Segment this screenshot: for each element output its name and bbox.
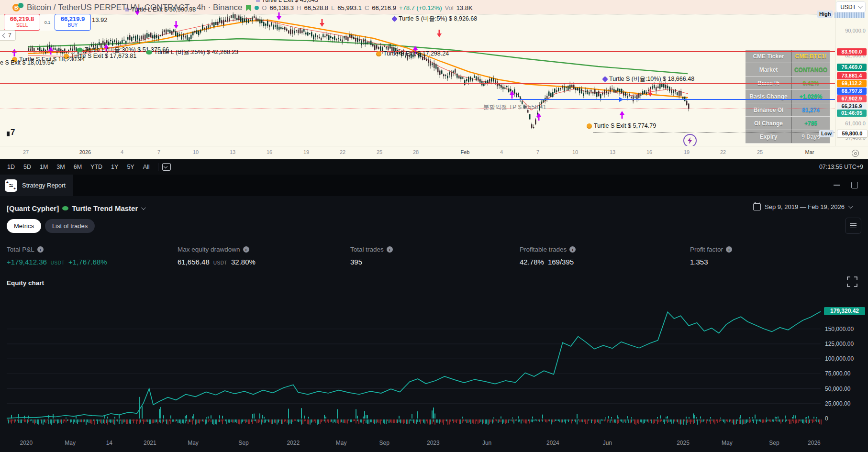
indicator-count: 7	[8, 32, 11, 39]
fullscreen-icon[interactable]	[847, 276, 857, 287]
tradingview-logo[interactable]: 7	[7, 128, 15, 136]
buy-button[interactable]: 66,219.9 BUY	[55, 14, 91, 31]
tab-strategy-report[interactable]: ≈++ Strategy Report	[0, 175, 73, 196]
trade-arrow-down	[437, 30, 442, 37]
info-icon[interactable]: i	[726, 246, 732, 253]
strategy-title[interactable]: [Quant Cypher] Turtle Trend Master	[7, 204, 145, 212]
time-axis-tick: Feb	[455, 149, 476, 155]
quick-trade-lightning-button[interactable]	[683, 134, 697, 147]
metric-main-value: 61,656.48	[178, 258, 210, 266]
symbol-title[interactable]: Bitcoin / TetherUS PERPETUAL CONTRACT · …	[27, 3, 242, 12]
strategy-icon: ≈++	[5, 179, 17, 192]
price-chart-panel[interactable]: Turtle L Exit $ 45,045Turtle L Exit $ 50…	[0, 0, 868, 159]
indicator-values-toggle[interactable]: 7	[0, 30, 16, 41]
range-button-1d[interactable]: 1D	[3, 162, 19, 172]
date-range: Sep 9, 2019 — Feb 19, 2026	[765, 203, 845, 210]
chart-label-text: Turtle S (비율:10%) $ 18,666.48	[609, 75, 694, 83]
metric-label: Total tradesi	[350, 246, 393, 253]
tab-list-of-trades[interactable]: List of trades	[45, 219, 95, 233]
time-axis-tick: 27	[15, 149, 36, 155]
order-widget: 66,219.8 SELL 0.1 66,219.9 BUY	[4, 14, 91, 31]
range-button-all[interactable]: All	[139, 162, 154, 172]
turtle-emoji-icon	[77, 48, 83, 52]
time-axis[interactable]: 2720264710131619222528Feb47101316192225M…	[0, 146, 868, 159]
lightning-icon	[688, 137, 692, 144]
chart-label: Turtle S (비율:10%) $ 18,666.48	[603, 75, 694, 83]
time-axis-tick: 22	[332, 149, 353, 155]
report-layout-button[interactable]	[845, 218, 861, 234]
equity-chart-title: Equity chart	[7, 279, 44, 287]
trade-arrow-up	[12, 49, 17, 56]
equity-x-tick: 2021	[144, 440, 156, 446]
tv-logo-seven: 7	[11, 128, 15, 136]
range-button-1y[interactable]: 1Y	[107, 162, 122, 172]
metric-label-text: Total trades	[350, 246, 384, 253]
low-price-tag: Low	[819, 130, 834, 137]
range-button-5y[interactable]: 5Y	[122, 162, 138, 172]
metric-unit: USDT	[51, 260, 65, 265]
price-scale[interactable]: 90,000.082,000.061,000.057,400.083,900.0…	[835, 0, 868, 146]
time-axis-tick: Mar	[799, 149, 820, 155]
flag-icon[interactable]	[245, 4, 252, 11]
cme-row-value: +1.026%	[792, 90, 830, 103]
clock[interactable]: 07:13:55 UTC+9	[819, 164, 863, 170]
high-price-value	[835, 12, 865, 18]
cme-row-label: OI Change	[746, 117, 792, 130]
price-line-dotted	[593, 132, 835, 133]
metric-value: 1.353	[690, 258, 732, 266]
range-button-ytd[interactable]: YTD	[86, 162, 107, 172]
sell-button[interactable]: 66,219.8 SELL	[4, 14, 40, 31]
range-button-1m[interactable]: 1M	[35, 162, 52, 172]
metric-main-value: +179,412.36	[7, 258, 47, 266]
tab-metrics[interactable]: Metrics	[7, 219, 41, 233]
price-scale-badge: 59,800.0Low	[837, 130, 868, 138]
time-axis-tick: 10	[185, 149, 206, 155]
chart-label-text: Turtle L (비율:25%) $ 42,268.23	[154, 48, 238, 56]
metric-value: 61,656.48USDT32.80%	[178, 258, 256, 266]
chevron-down-icon	[848, 204, 853, 209]
equity-line	[7, 311, 821, 418]
price-scale-badge: 68,797.8	[837, 88, 867, 95]
open-label: O	[262, 4, 267, 11]
time-axis-tick: 19	[296, 149, 317, 155]
range-button-3m[interactable]: 3M	[52, 162, 69, 172]
price-scale-tick: 90,000.0	[845, 28, 866, 33]
metric-main-value: 42.78%	[520, 258, 544, 266]
metric-label: Total P&Li	[7, 246, 107, 253]
price-scale-tick: 61,000.0	[845, 121, 866, 126]
time-axis-tick: 25	[369, 149, 390, 155]
equity-chart-canvas: 150,000.00125,000.00100,000.0075,000.005…	[0, 292, 868, 452]
equity-x-tick: Jun	[603, 440, 612, 446]
range-button-6m[interactable]: 6M	[69, 162, 86, 172]
smiley-emoji-icon	[587, 123, 592, 129]
trade-arrow-down	[320, 19, 324, 27]
maximize-icon[interactable]	[851, 182, 858, 188]
date-range-picker[interactable]: Sep 9, 2019 — Feb 19, 2026	[753, 203, 852, 210]
high-label: H	[297, 4, 301, 11]
price-scale-badge: 76,469.0	[837, 64, 867, 71]
metric-value: 42.78%169/395	[520, 258, 576, 266]
currency-label: USDT	[840, 4, 856, 11]
metric-label-text: Profitable trades	[520, 246, 567, 253]
currency-selector[interactable]: USDT	[836, 1, 866, 12]
info-icon[interactable]: i	[37, 246, 44, 253]
info-icon[interactable]: i	[243, 246, 249, 253]
bottom-toolbar: 1D5D1M3M6MYTD1Y5YAll 07:13:55 UTC+9	[0, 159, 868, 175]
sq-emoji-icon	[256, 0, 260, 2]
metric-main-value: 395	[350, 258, 362, 266]
change-value: +78.7 (+0.12%)	[399, 4, 442, 11]
equity-x-tick: Sep	[769, 440, 779, 446]
time-axis-tick: 13	[222, 149, 243, 155]
info-icon[interactable]: i	[569, 246, 576, 253]
go-to-date-icon[interactable]	[162, 163, 171, 171]
axis-settings-icon[interactable]	[852, 150, 859, 157]
price-scale-badge: 69,112.2	[837, 80, 867, 87]
minimize-icon[interactable]	[834, 185, 840, 186]
equity-y-tick: 50,000.00	[825, 386, 851, 392]
cme-row-value: 81,274	[792, 103, 830, 116]
info-icon[interactable]: i	[387, 246, 393, 253]
cme-table-row: Basis Change+1.026%	[746, 90, 830, 103]
range-button-5d[interactable]: 5D	[19, 162, 35, 172]
price-line-dotted	[0, 109, 835, 109]
volume-value: 13.8K	[456, 4, 473, 11]
